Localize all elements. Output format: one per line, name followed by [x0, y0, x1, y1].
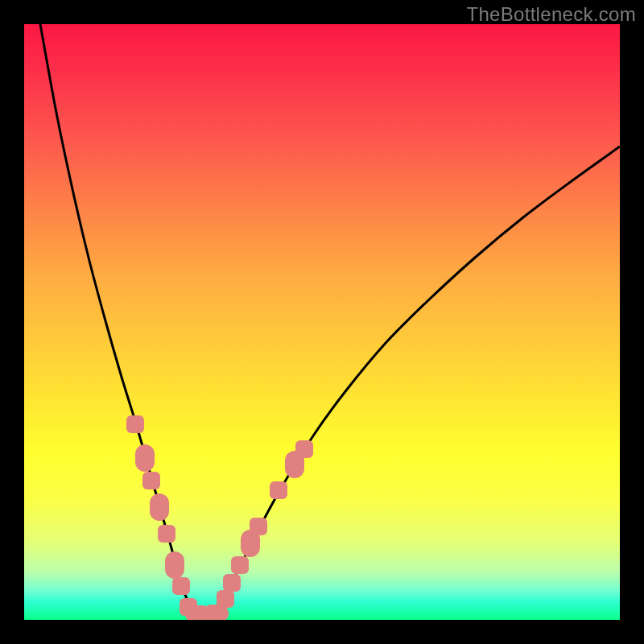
marker-right-1 — [231, 556, 249, 574]
chart-curves — [24, 24, 620, 620]
right-curve-path — [209, 147, 620, 616]
marker-bottom-3 — [217, 590, 234, 608]
marker-left-2 — [142, 472, 160, 489]
chart-plot-area — [24, 24, 620, 620]
marker-right-6 — [295, 440, 313, 458]
marker-right-4 — [270, 481, 287, 499]
watermark-text: TheBottleneck.com — [466, 3, 636, 26]
marker-left-4 — [158, 525, 175, 543]
marker-left-0 — [126, 415, 144, 433]
marker-right-3 — [250, 518, 267, 535]
marker-right-0 — [223, 574, 241, 592]
marker-left-1 — [135, 444, 155, 472]
marker-left-6 — [172, 577, 190, 595]
marker-left-3 — [150, 493, 169, 521]
marker-left-5 — [165, 551, 184, 579]
